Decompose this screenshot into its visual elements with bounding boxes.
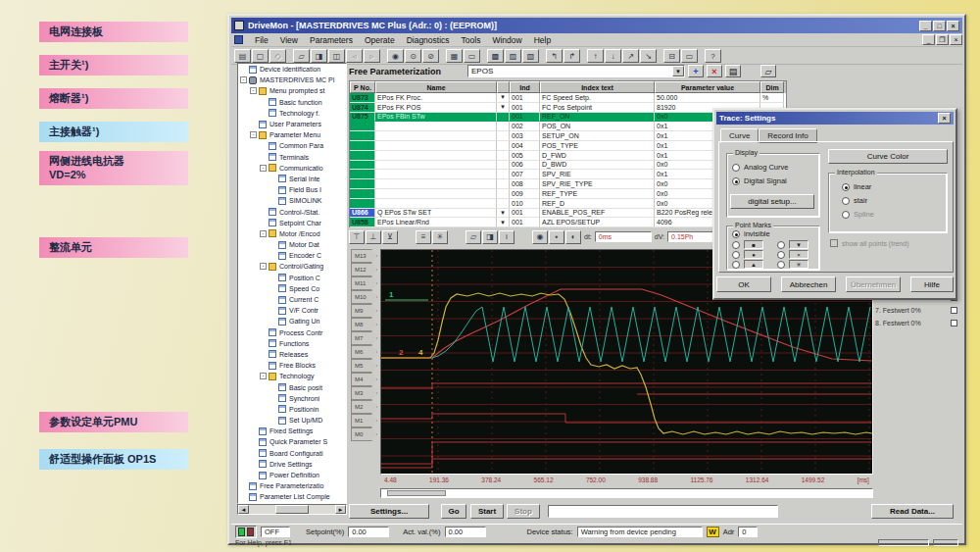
- toolbar-button[interactable]: ◨: [311, 49, 327, 63]
- toolbar-button[interactable]: ▹: [364, 49, 380, 63]
- toolbar-button[interactable]: ◃: [346, 49, 363, 63]
- parameter-set-combo[interactable]: EPOS ▼: [467, 65, 685, 77]
- tree-item[interactable]: Setpoint Char: [238, 218, 346, 228]
- trace-toolbar-button[interactable]: ◨: [482, 230, 498, 244]
- tree-item[interactable]: Positionin: [238, 404, 346, 415]
- toolbar-button[interactable]: [699, 49, 704, 63]
- radio-linear[interactable]: linear: [842, 182, 871, 191]
- legend-item[interactable]: 8. Festwert 0%: [875, 317, 957, 329]
- col-parameter-value[interactable]: Parameter value: [655, 81, 760, 93]
- bit-tag[interactable]: M3: [351, 386, 377, 400]
- mdi-child-icon[interactable]: [234, 35, 243, 44]
- trace-toolbar-button[interactable]: ⊻: [382, 230, 398, 244]
- bit-tag[interactable]: M8: [351, 318, 377, 331]
- chevron-down-icon[interactable]: ▼: [672, 66, 684, 76]
- trace-toolbar-button[interactable]: ▱: [466, 230, 481, 244]
- tree-item[interactable]: Device identification: [238, 64, 346, 75]
- menu-item[interactable]: View: [274, 34, 304, 46]
- toolbar-button[interactable]: ⊟: [663, 49, 680, 63]
- toolbar-button[interactable]: ▭: [464, 49, 480, 63]
- tree-item[interactable]: Common Para: [238, 140, 346, 151]
- cell-name[interactable]: [375, 151, 497, 161]
- bit-tag[interactable]: M10: [351, 290, 377, 304]
- toolbar-button[interactable]: ▩: [487, 49, 504, 63]
- cell-name[interactable]: [375, 141, 497, 151]
- cell-pno[interactable]: [350, 151, 375, 161]
- tree-expand-icon[interactable]: -: [250, 131, 257, 138]
- trace-toolbar-button[interactable]: ▪: [549, 230, 564, 244]
- toolbar-button[interactable]: [658, 49, 662, 63]
- toolbar-button[interactable]: [440, 49, 445, 63]
- tree-item[interactable]: Synchroni: [238, 393, 346, 404]
- cell-parameter-value[interactable]: 50.000: [655, 93, 760, 103]
- toolbar-button[interactable]: ↘: [640, 49, 657, 63]
- mdi-close-button[interactable]: ×: [950, 34, 962, 45]
- bit-tag[interactable]: M7: [351, 331, 377, 345]
- cell-dropdown-icon[interactable]: [497, 170, 510, 179]
- tree-item[interactable]: Drive Settings: [238, 459, 346, 470]
- scroll-left-icon[interactable]: ◄: [238, 505, 249, 514]
- tree-item[interactable]: User Parameters: [238, 119, 346, 129]
- trace-toolbar-button[interactable]: i: [499, 230, 514, 244]
- tree-item[interactable]: Board Configurati: [238, 448, 346, 459]
- trace-toolbar-button[interactable]: [449, 230, 465, 244]
- legend-checkbox[interactable]: [951, 307, 957, 314]
- legend-checkbox[interactable]: [951, 320, 957, 326]
- col-pno[interactable]: P No.: [350, 81, 375, 93]
- curve-color-button[interactable]: Curve Color: [828, 149, 948, 164]
- tree-item[interactable]: Parameter List Comple: [238, 491, 346, 502]
- tree-item[interactable]: Technology f.: [238, 108, 346, 119]
- cell-name[interactable]: [375, 189, 497, 199]
- toolbar-button[interactable]: [540, 49, 545, 63]
- radio-mark[interactable]: ▲: [732, 260, 771, 269]
- toolbar-button[interactable]: ↱: [564, 49, 580, 63]
- cell-name[interactable]: EPos FBin STw: [375, 113, 497, 123]
- tree-item[interactable]: Speed Co: [238, 283, 346, 294]
- menu-item[interactable]: Parameters: [304, 34, 359, 46]
- toolbar-button[interactable]: ◇: [270, 49, 286, 63]
- toolbar-button[interactable]: ↑: [587, 49, 604, 63]
- tree-item[interactable]: V/F Contr: [238, 305, 346, 316]
- apply-button[interactable]: Übernehmen: [846, 276, 901, 292]
- tree-expand-icon[interactable]: -: [240, 76, 247, 83]
- minimize-button[interactable]: _: [919, 21, 932, 31]
- cell-dropdown-icon[interactable]: ▾: [497, 218, 510, 227]
- tree-item[interactable]: Releases: [238, 349, 346, 360]
- bit-tag[interactable]: M2: [351, 400, 377, 414]
- radio-stair[interactable]: stair: [842, 196, 867, 205]
- maximize-button[interactable]: □: [933, 21, 946, 31]
- show-all-points-checkbox[interactable]: show all points (trend): [830, 239, 908, 247]
- tree-item[interactable]: - Communicatio: [238, 163, 346, 174]
- cell-pno[interactable]: [350, 161, 375, 171]
- actval-field[interactable]: 0.00: [445, 527, 486, 537]
- cell-name[interactable]: EPos FK Proc.: [375, 93, 497, 103]
- cell-pno[interactable]: [350, 131, 375, 141]
- col-dim[interactable]: Dim: [760, 81, 784, 93]
- col-name[interactable]: Name: [375, 81, 497, 93]
- trace-toolbar-button[interactable]: ✳: [432, 230, 448, 244]
- open-set-button[interactable]: ▱: [760, 65, 776, 77]
- radio-mark[interactable]: ●: [732, 250, 771, 259]
- tree-item[interactable]: - MASTERDRIVES MC Pl: [238, 75, 346, 85]
- legend-item[interactable]: 7. Festwert 0%: [875, 304, 957, 317]
- cell-pno[interactable]: [350, 122, 375, 131]
- tree-item[interactable]: Free Parameterizatio: [238, 480, 346, 491]
- toolbar-button[interactable]: ▦: [446, 49, 463, 63]
- toolbar-button[interactable]: [381, 49, 386, 63]
- setpoint-field[interactable]: 0.00: [348, 527, 389, 537]
- trace-toolbar-button[interactable]: ≡: [416, 230, 431, 244]
- cell-dropdown-icon[interactable]: [497, 199, 510, 209]
- go-button[interactable]: Go: [441, 504, 466, 519]
- cell-dropdown-icon[interactable]: [497, 131, 510, 141]
- stop-button[interactable]: Stop: [507, 504, 540, 519]
- cell-name[interactable]: [375, 122, 497, 131]
- tree-item[interactable]: - Control/Gating: [238, 261, 346, 272]
- add-parameter-button[interactable]: +: [688, 65, 704, 77]
- tree-item[interactable]: - Menu prompted st: [238, 85, 346, 96]
- cell-pno[interactable]: U858: [350, 218, 375, 227]
- tree-item[interactable]: Set Up/MD: [238, 415, 346, 426]
- cell-dropdown-icon[interactable]: [497, 113, 510, 123]
- trace-toolbar-button[interactable]: ⊥: [366, 230, 381, 244]
- tree-item[interactable]: Serial Inte: [238, 174, 346, 184]
- cell-pno[interactable]: U874: [350, 103, 375, 113]
